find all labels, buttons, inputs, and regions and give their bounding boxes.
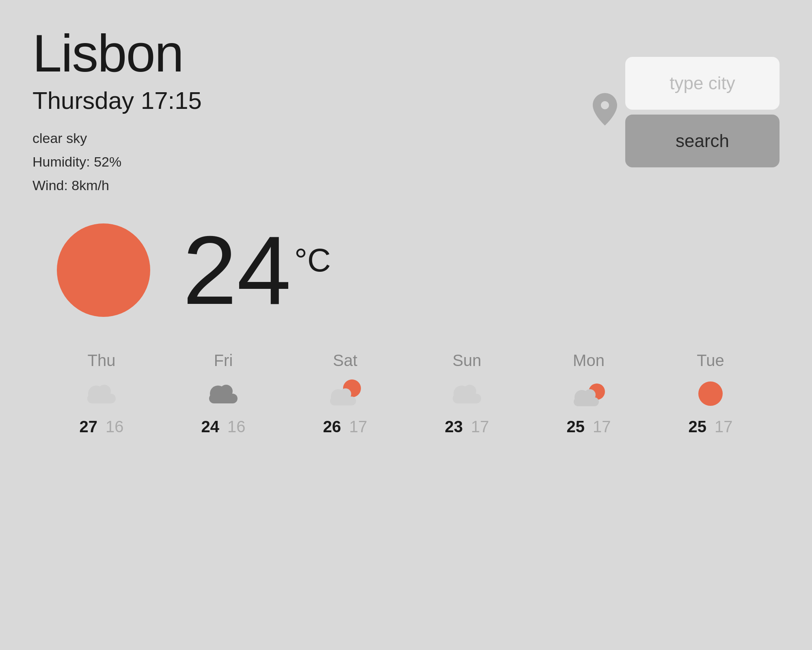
forecast-day-sat: Sat 26 17 — [323, 351, 367, 436]
svg-rect-5 — [209, 394, 238, 403]
sun-high: 23 — [445, 418, 463, 436]
temp-number: 24 — [183, 221, 291, 319]
sun-icon — [57, 223, 150, 317]
tue-temps: 25 17 — [689, 418, 733, 436]
mon-temps: 25 17 — [567, 418, 611, 436]
day-label: Thu — [88, 351, 116, 370]
search-section: search — [593, 57, 780, 167]
sat-temps: 26 17 — [323, 418, 367, 436]
sun-icon-forecast — [447, 379, 487, 408]
temp-unit: °C — [294, 242, 331, 279]
city-input[interactable] — [625, 57, 780, 110]
date-time: Thursday 17:15 — [32, 87, 593, 115]
fri-high: 24 — [201, 418, 220, 436]
location-icon — [593, 93, 617, 131]
forecast-section: Thu 27 16 Fri — [32, 351, 780, 436]
thu-high: 27 — [80, 418, 98, 436]
tue-high: 25 — [689, 418, 707, 436]
thu-temps: 27 16 — [80, 418, 124, 436]
sun-temps: 23 17 — [445, 418, 489, 436]
thu-icon — [81, 379, 122, 408]
search-button[interactable]: search — [625, 115, 780, 167]
city-info: Lisbon Thursday 17:15 clear sky Humidity… — [32, 24, 593, 197]
svg-rect-9 — [330, 396, 356, 405]
sat-high: 26 — [323, 418, 341, 436]
day-label: Mon — [573, 351, 605, 370]
forecast-day-mon: Mon 25 17 — [567, 351, 611, 436]
forecast-day-fri: Fri 24 16 — [201, 351, 246, 436]
day-label: Sat — [333, 351, 357, 370]
svg-point-17 — [698, 381, 723, 406]
forecast-day-sun: Sun 23 17 — [445, 351, 489, 436]
day-label: Tue — [697, 351, 724, 370]
forecast-day-thu: Thu 27 16 — [80, 351, 124, 436]
weather-details: clear sky Humidity: 52% Wind: 8km/h — [32, 127, 593, 197]
mon-high: 25 — [567, 418, 585, 436]
temperature-display: 24 °C — [183, 221, 331, 319]
fri-icon — [203, 379, 244, 408]
svg-rect-2 — [87, 394, 116, 403]
sun-low: 17 — [471, 418, 489, 436]
svg-rect-16 — [574, 397, 599, 406]
humidity-text: Humidity: 52% — [32, 150, 593, 174]
temp-section: 24 °C — [57, 221, 780, 319]
sat-icon — [325, 379, 365, 408]
fri-temps: 24 16 — [201, 418, 246, 436]
wind-text: Wind: 8km/h — [32, 174, 593, 197]
day-label: Sun — [452, 351, 481, 370]
mon-icon — [568, 379, 609, 408]
tue-low: 17 — [715, 418, 733, 436]
app-container: Lisbon Thursday 17:15 clear sky Humidity… — [0, 0, 812, 650]
city-name: Lisbon — [32, 24, 593, 82]
day-label: Fri — [214, 351, 233, 370]
svg-rect-12 — [453, 394, 481, 403]
search-controls: search — [625, 57, 780, 167]
tue-icon — [690, 379, 731, 408]
fri-low: 16 — [227, 418, 246, 436]
header-section: Lisbon Thursday 17:15 clear sky Humidity… — [32, 24, 780, 197]
sat-low: 17 — [349, 418, 367, 436]
forecast-day-tue: Tue 25 17 — [689, 351, 733, 436]
condition-text: clear sky — [32, 127, 593, 150]
mon-low: 17 — [593, 418, 611, 436]
thu-low: 16 — [106, 418, 124, 436]
